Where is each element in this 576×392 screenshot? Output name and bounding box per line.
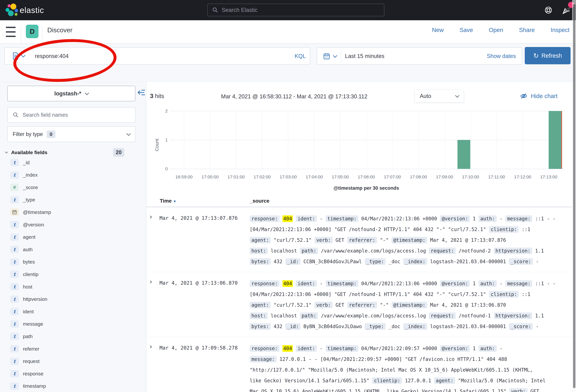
x-axis-tick-label: 17:13:00 [540, 174, 557, 179]
chevron-down-icon [455, 93, 460, 98]
field-item-_id[interactable]: t_id [10, 158, 29, 167]
field-name-badge: path: [300, 248, 318, 254]
field-value: localhost [271, 313, 297, 319]
field-value: [04/Mar/2021:22:13:06 +0000] "GET /notfo… [250, 291, 486, 297]
time-column-header[interactable]: Time▾ [160, 198, 176, 204]
x-axis-tick-label: 17:01:00 [228, 174, 245, 179]
source-line: like Gecko) Version/14.1 Safari/605.1.15… [250, 375, 572, 386]
field-name-badge: clientip: [489, 226, 519, 233]
field-name-badge: bytes: [250, 323, 271, 330]
field-name-badge: _type: [365, 258, 386, 265]
field-item-agent[interactable]: tagent [10, 233, 35, 242]
field-value: Mac OS X 10_15_6) AppleWebKit/605.1.15 (… [250, 389, 506, 392]
query-input[interactable]: response:404 KQL [4, 47, 310, 65]
field-name-badge: verb: [315, 302, 333, 308]
field-item-_type[interactable]: t_type [10, 196, 35, 204]
field-name-badge: bytes: [250, 258, 271, 265]
field-name: path [23, 334, 33, 339]
field-name-badge: _id: [285, 258, 300, 265]
refresh-button[interactable]: ↻ Refresh [525, 47, 571, 64]
header-action-new[interactable]: New [432, 27, 444, 33]
field-name-badge: ident: [296, 215, 317, 222]
field-name-badge: ident: [296, 280, 317, 287]
search-icon [212, 7, 218, 13]
filter-by-type-select[interactable]: Filter by type 0 [7, 126, 135, 142]
query-language-button[interactable]: KQL [295, 53, 306, 59]
time-range-end-marker [561, 111, 562, 169]
collapse-sidebar-icon[interactable] [137, 88, 146, 97]
date-picker[interactable]: Last 15 minutes Show dates [317, 47, 522, 65]
header-action-inspect[interactable]: Inspect [550, 27, 570, 33]
field-item-request[interactable]: trequest [10, 357, 39, 366]
source-line: Mac OS X 10_15_6) AppleWebKit/605.1.15 (… [250, 386, 572, 392]
field-item-auth[interactable]: tauth [10, 245, 33, 254]
field-search-input[interactable]: Search field names [7, 107, 135, 123]
field-item-timestamp[interactable]: ttimestamp [10, 382, 46, 391]
field-value: /notfound-2 [459, 248, 491, 254]
source-line: message: 127.0.0.1 - - [04/Mar/2021:22:0… [250, 354, 572, 364]
field-value: _doc [389, 324, 400, 329]
header-divider [21, 26, 21, 43]
histogram-bar[interactable] [549, 111, 561, 169]
field-name-badge: _index: [403, 258, 427, 265]
field-item-clientip[interactable]: tclientip [10, 270, 38, 279]
field-item-@timestamp[interactable]: @timestamp [10, 208, 51, 217]
header-action-share[interactable]: Share [519, 27, 535, 33]
document-table: ›Mar 4, 2021 @ 17:13:07.876response: 404… [146, 207, 572, 392]
chevron-down-icon [21, 53, 26, 57]
calendar-icon[interactable] [323, 53, 330, 60]
field-value: - [500, 216, 503, 222]
scrollbar-thumb[interactable] [573, 4, 576, 388]
field-name-badge: _id: [285, 323, 300, 330]
text-field-icon: t [10, 382, 19, 390]
row-source: response: 404 ident: - timestamp: 04/Mar… [250, 278, 572, 332]
search-icon [13, 112, 19, 118]
time-range-value[interactable]: Last 15 minutes [345, 53, 384, 59]
field-item-host[interactable]: thost [10, 282, 32, 291]
kibana-discover-page: elastic Search Elastic [0, 0, 576, 392]
field-name: message [23, 321, 43, 327]
field-item-httpversion[interactable]: thttpversion [10, 295, 47, 304]
expand-row-icon[interactable]: › [149, 342, 152, 350]
interval-select[interactable]: Auto [415, 89, 464, 103]
field-item-referrer[interactable]: treferrer [10, 344, 39, 353]
expand-row-icon[interactable]: › [149, 278, 152, 285]
field-name-badge: clientip: [372, 377, 402, 384]
header-action-open[interactable]: Open [489, 27, 503, 33]
field-item-_index[interactable]: t_index [10, 170, 38, 179]
query-text[interactable]: response:404 [35, 53, 69, 59]
histogram-bar[interactable] [458, 140, 470, 169]
expand-row-icon[interactable]: › [149, 213, 152, 221]
field-name-badge: message: [505, 215, 532, 222]
field-item-response[interactable]: tresponse [10, 369, 43, 378]
field-value: - [320, 281, 323, 286]
x-axis-title: @timestamp per 30 seconds [334, 185, 399, 191]
header-action-save[interactable]: Save [460, 27, 473, 33]
field-item-message[interactable]: tmessage [10, 320, 43, 328]
field-item-ident[interactable]: tident [10, 307, 34, 316]
menu-icon[interactable] [6, 27, 16, 37]
hide-chart-button[interactable]: Hide chart [520, 92, 557, 100]
help-icon[interactable] [544, 6, 552, 14]
field-value: /var/www/example.com/logs/access.log [321, 313, 426, 319]
global-search-input[interactable]: Search Elastic [207, 4, 384, 16]
field-item-@version[interactable]: t@version [10, 220, 44, 229]
show-dates-button[interactable]: Show dates [487, 53, 516, 59]
chart-gridline [171, 111, 562, 111]
sort-descending-icon[interactable]: ▾ [174, 199, 176, 203]
field-value: "-" [380, 302, 389, 308]
text-field-icon: t [10, 358, 19, 365]
highlighted-value: 404 [282, 280, 293, 287]
index-pattern-select[interactable]: logstash-* [7, 86, 135, 101]
saved-query-icon[interactable] [12, 52, 19, 60]
field-search-placeholder: Search field names [23, 112, 68, 118]
x-axis-tick-label: 17:02:00 [254, 174, 271, 179]
field-item-bytes[interactable]: tbytes [10, 257, 35, 266]
field-item-path[interactable]: tpath [10, 332, 33, 341]
field-name-badge: message: [505, 280, 532, 287]
x-axis-tick-label: 17:03:00 [280, 174, 297, 179]
available-fields-header[interactable]: Available fields 20 [5, 148, 135, 157]
field-item-_score[interactable]: #_score [10, 183, 38, 192]
row-source: response: 404 ident: - timestamp: 04/Mar… [250, 213, 572, 267]
field-name-badge: request: [429, 248, 456, 254]
